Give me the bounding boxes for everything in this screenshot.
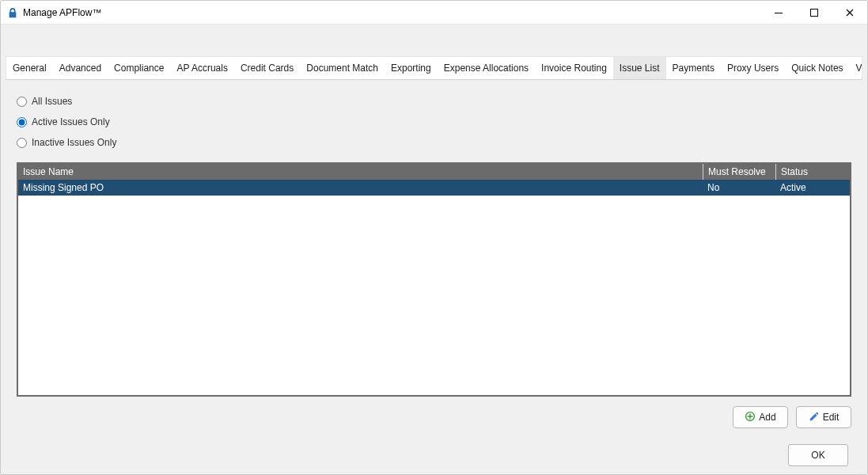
issues-grid: Issue Name Must Resolve Status Missing S…	[17, 162, 851, 397]
minimize-button[interactable]	[760, 1, 796, 24]
plus-circle-icon	[745, 411, 756, 424]
add-button-label: Add	[759, 412, 775, 423]
action-row: Add Edit	[17, 406, 851, 428]
svg-rect-0	[775, 13, 783, 13]
window-title: Manage APFlow™	[23, 7, 101, 18]
maximize-button[interactable]	[796, 1, 832, 24]
tab-quick-notes[interactable]: Quick Notes	[785, 57, 849, 79]
tab-invoice-routing[interactable]: Invoice Routing	[535, 57, 613, 79]
tab-general[interactable]: General	[6, 57, 53, 79]
column-header-must-resolve[interactable]: Must Resolve	[703, 164, 775, 180]
tab-strip: GeneralAdvancedComplianceAP AccrualsCred…	[6, 56, 862, 80]
window-frame: Manage APFlow™ GeneralAdvancedCompliance…	[0, 0, 868, 475]
filter-inactive-issues-radio[interactable]	[17, 138, 27, 148]
filter-active-issues-row: Active Issues Only	[17, 113, 851, 131]
filter-all-issues-radio[interactable]	[17, 97, 27, 107]
table-row[interactable]: Missing Signed PONoActive	[18, 180, 850, 196]
tab-payments[interactable]: Payments	[666, 57, 721, 79]
tab-ap-accruals[interactable]: AP Accruals	[170, 57, 233, 79]
filter-active-issues-label[interactable]: Active Issues Only	[32, 116, 110, 127]
column-header-issue-name[interactable]: Issue Name	[18, 164, 703, 180]
window-controls	[760, 1, 867, 24]
tab-content-issue-list: All Issues Active Issues Only Inactive I…	[6, 80, 862, 435]
tab-issue-list[interactable]: Issue List	[613, 57, 666, 79]
column-header-status[interactable]: Status	[775, 164, 850, 180]
ok-button[interactable]: OK	[788, 444, 848, 466]
tab-expense-allocations[interactable]: Expense Allocations	[438, 57, 535, 79]
title-bar: Manage APFlow™	[1, 1, 867, 25]
tab-compliance[interactable]: Compliance	[108, 57, 170, 79]
cell-issue-name: Missing Signed PO	[18, 180, 703, 196]
add-button[interactable]: Add	[733, 406, 788, 428]
body-area: GeneralAdvancedComplianceAP AccrualsCred…	[1, 25, 867, 439]
cell-must-resolve: No	[703, 180, 775, 196]
svg-rect-1	[810, 9, 817, 16]
filter-inactive-issues-label[interactable]: Inactive Issues Only	[32, 137, 116, 148]
ok-button-label: OK	[811, 450, 824, 461]
close-button[interactable]	[832, 1, 867, 24]
tab-validation[interactable]: Validation	[850, 57, 862, 79]
filter-active-issues-radio[interactable]	[17, 117, 27, 127]
tab-proxy-users[interactable]: Proxy Users	[721, 57, 785, 79]
tab-document-match[interactable]: Document Match	[300, 57, 385, 79]
edit-button[interactable]: Edit	[796, 406, 851, 428]
tab-credit-cards[interactable]: Credit Cards	[234, 57, 300, 79]
filter-inactive-issues-row: Inactive Issues Only	[17, 134, 851, 151]
pencil-icon	[809, 411, 820, 424]
cell-status: Active	[775, 180, 850, 196]
lock-icon	[7, 7, 18, 18]
grid-body: Missing Signed PONoActive	[18, 180, 850, 395]
filter-all-issues-label[interactable]: All Issues	[32, 96, 72, 107]
filter-all-issues-row: All Issues	[17, 93, 851, 110]
tab-advanced[interactable]: Advanced	[53, 57, 108, 79]
grid-header: Issue Name Must Resolve Status	[18, 164, 850, 180]
tab-exporting[interactable]: Exporting	[385, 57, 438, 79]
dialog-footer: OK	[1, 439, 867, 474]
edit-button-label: Edit	[823, 412, 840, 423]
